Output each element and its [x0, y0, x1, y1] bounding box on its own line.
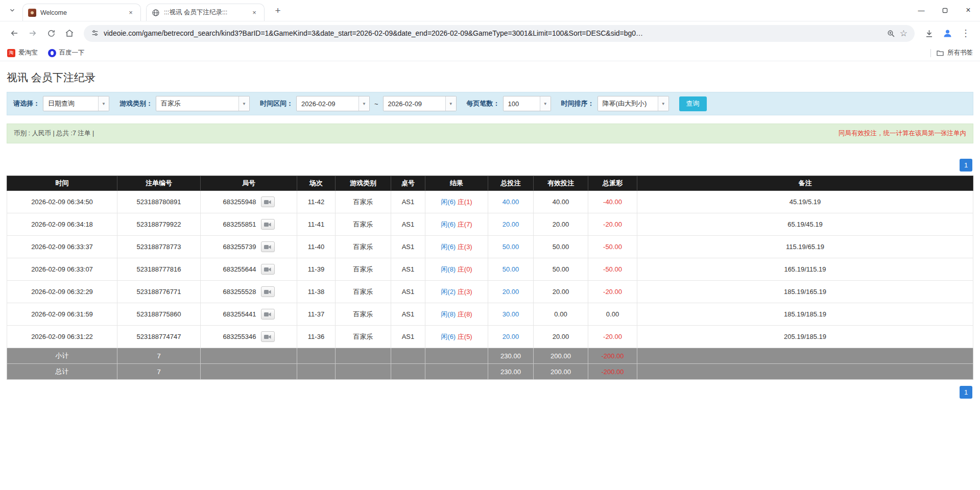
game-kind-select[interactable]: 百家乐 ▼ — [156, 96, 250, 111]
cell-remark: 45.19/5.19 — [637, 191, 973, 213]
summary-count: 7 — [117, 364, 201, 380]
column-header: 备注 — [637, 176, 973, 191]
cell-session: 11-39 — [297, 258, 336, 281]
video-replay-button[interactable] — [261, 219, 275, 230]
cell-table-no: AS1 — [391, 281, 425, 303]
cell-session: 11-36 — [297, 326, 336, 348]
table-row: 2026-02-09 06:34:50523188780891683255948… — [7, 191, 973, 213]
url-text: videoie.com/game/betrecord_search/kind3?… — [104, 29, 882, 37]
refresh-button[interactable] — [43, 25, 59, 41]
cell-bet-id: 523188774747 — [117, 326, 201, 348]
browser-tab-welcome[interactable]: Welcome × — [22, 4, 141, 21]
cell-session: 11-40 — [297, 236, 336, 258]
tab-search-button[interactable] — [5, 3, 19, 17]
bookmark-label: 百度一下 — [59, 48, 85, 57]
query-type-select[interactable]: 日期查询 ▼ — [43, 96, 109, 111]
forward-button[interactable] — [25, 25, 41, 41]
sort-select[interactable]: 降幂(由大到小) ▼ — [597, 96, 669, 111]
cell-valid-bet: 40.00 — [534, 191, 588, 213]
video-camera-icon — [264, 222, 271, 227]
chevron-down-icon: ▼ — [358, 96, 369, 111]
column-header: 有效投注 — [534, 176, 588, 191]
minimize-button[interactable]: — — [910, 0, 933, 20]
cell-remark: 185.19/185.19 — [637, 303, 973, 326]
summary-row: 小计7230.00200.00-200.00 — [7, 348, 973, 364]
column-header: 局号 — [201, 176, 297, 191]
cell-table-no: AS1 — [391, 326, 425, 348]
column-header: 总投注 — [488, 176, 534, 191]
pagination-bottom: 1 — [7, 386, 972, 399]
pagination-top: 1 — [7, 159, 972, 172]
table-row: 2026-02-09 06:34:18523188779922683255851… — [7, 213, 973, 236]
cell-game-kind: 百家乐 — [336, 213, 391, 236]
chevron-down-icon: ▼ — [98, 96, 109, 111]
tab-close-icon[interactable]: × — [126, 8, 135, 17]
downloads-button[interactable] — [921, 25, 937, 41]
video-replay-button[interactable] — [261, 197, 275, 207]
currency-summary-text: 币别 : 人民币 | 总共 :7 注单 | — [14, 129, 94, 138]
tab-title: Welcome — [40, 9, 122, 16]
cell-table-no: AS1 — [391, 236, 425, 258]
filter-bar: 请选择： 日期查询 ▼ 游戏类别： 百家乐 ▼ 时间区间： 2026-02-09… — [7, 92, 973, 115]
cell-remark: 205.19/185.19 — [637, 326, 973, 348]
cell-table-no: AS1 — [391, 213, 425, 236]
summary-total-bet: 230.00 — [488, 364, 534, 380]
game-kind-label: 游戏类别： — [119, 99, 153, 108]
video-replay-button[interactable] — [261, 309, 275, 320]
cell-time: 2026-02-09 06:32:29 — [7, 281, 117, 303]
cell-total-bet: 20.00 — [488, 326, 534, 348]
cell-bet-id: 523188779922 — [117, 213, 201, 236]
page-title: 视讯 会员下注纪录 — [7, 70, 973, 85]
page-1-button[interactable]: 1 — [960, 159, 972, 172]
cell-payout: -20.00 — [588, 326, 637, 348]
video-replay-button[interactable] — [261, 264, 275, 275]
cell-round: 683255346 — [201, 326, 297, 348]
video-replay-button[interactable] — [261, 331, 275, 342]
video-replay-button[interactable] — [261, 286, 275, 297]
per-page-select[interactable]: 100 ▼ — [503, 96, 551, 111]
cell-table-no: AS1 — [391, 258, 425, 281]
sort-value: 降幂(由大到小) — [598, 99, 658, 108]
cell-bet-id: 523188780891 — [117, 191, 201, 213]
cell-time: 2026-02-09 06:33:37 — [7, 236, 117, 258]
sort-label: 时间排序： — [561, 99, 594, 108]
table-row: 2026-02-09 06:31:59523188775860683255441… — [7, 303, 973, 326]
date-end-select[interactable]: 2026-02-09 ▼ — [383, 96, 457, 111]
zoom-button[interactable] — [887, 29, 895, 38]
search-button[interactable]: 查询 — [679, 96, 707, 111]
home-button[interactable] — [61, 25, 78, 41]
cell-game-kind: 百家乐 — [336, 191, 391, 213]
date-start-select[interactable]: 2026-02-09 ▼ — [296, 96, 370, 111]
browser-tab-betrecord[interactable]: :::视讯 会员下注纪录::: × — [146, 4, 265, 21]
all-bookmarks-button[interactable]: 所有书签 — [936, 48, 973, 57]
close-button[interactable]: × — [957, 0, 980, 20]
profile-avatar[interactable] — [939, 25, 955, 41]
bookmark-item[interactable]: 淘 爱淘宝 — [7, 48, 38, 57]
cell-result: 闲(6) 庄(3) — [425, 236, 488, 258]
new-tab-button[interactable]: + — [271, 4, 285, 18]
bookmark-item[interactable]: 百度一下 — [48, 48, 85, 57]
bookmark-star-button[interactable]: ☆ — [900, 28, 907, 39]
bookmark-label: 爱淘宝 — [18, 48, 38, 57]
tab-close-icon[interactable]: × — [250, 8, 259, 17]
address-bar[interactable]: videoie.com/game/betrecord_search/kind3?… — [84, 25, 915, 42]
back-button[interactable] — [6, 25, 22, 41]
video-replay-button[interactable] — [261, 241, 275, 252]
cell-total-bet: 40.00 — [488, 191, 534, 213]
cell-valid-bet: 20.00 — [534, 213, 588, 236]
game-kind-value: 百家乐 — [156, 99, 238, 108]
summary-payout: -200.00 — [588, 364, 637, 380]
browser-menu-button[interactable]: ⋮ — [958, 25, 974, 41]
cell-bet-id: 523188775860 — [117, 303, 201, 326]
cell-valid-bet: 0.00 — [534, 303, 588, 326]
tab-strip: Welcome × :::视讯 会员下注纪录::: × + — × — [0, 0, 980, 21]
summary-total-bet: 230.00 — [488, 348, 534, 364]
cell-result: 闲(6) 庄(7) — [425, 213, 488, 236]
chevron-down-icon — [9, 7, 16, 14]
summary-label: 总计 — [7, 364, 117, 380]
cell-game-kind: 百家乐 — [336, 258, 391, 281]
column-header: 桌号 — [391, 176, 425, 191]
date-separator: ~ — [374, 100, 378, 108]
maximize-button[interactable] — [933, 0, 957, 20]
page-1-button[interactable]: 1 — [960, 386, 972, 399]
